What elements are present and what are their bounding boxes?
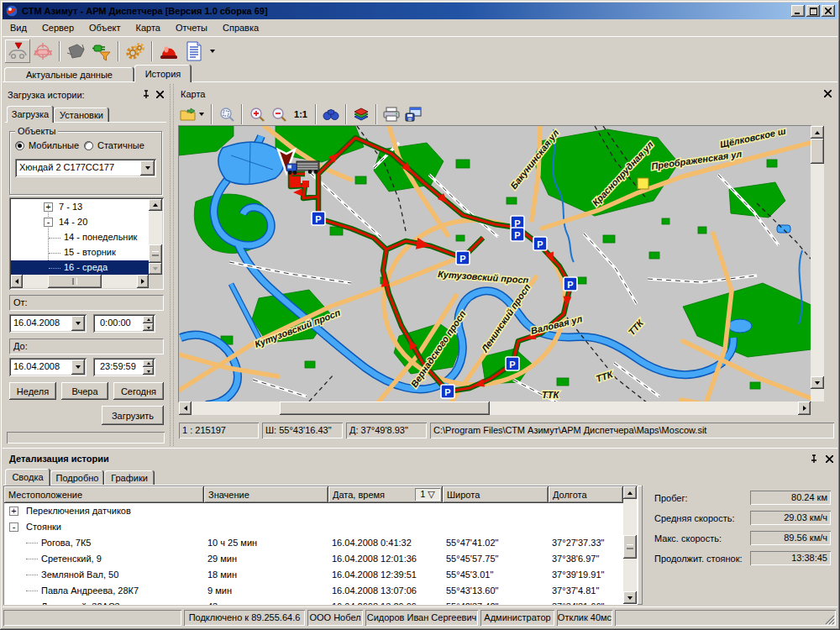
time-down-icon[interactable] [143, 367, 154, 375]
maximize-button[interactable] [806, 5, 820, 17]
report-button[interactable] [181, 39, 207, 63]
group-row-stops[interactable]: - Стоянки [4, 519, 623, 535]
scroll-down-icon[interactable] [149, 263, 162, 275]
menu-item-reports[interactable]: Отчеты [168, 20, 215, 35]
scroll-thumb[interactable] [811, 139, 824, 164]
tab-summary[interactable]: Сводка [5, 469, 50, 486]
map-canvas[interactable]: Кутузовский просп Кутузовский просп Крас… [179, 126, 811, 402]
load-button[interactable]: Загрузить [102, 406, 164, 425]
tab-history[interactable]: История [134, 65, 192, 82]
scroll-thumb[interactable] [48, 275, 102, 288]
pin-icon[interactable] [807, 453, 821, 465]
time-down-icon[interactable] [143, 323, 154, 331]
from-date-caret-icon[interactable] [71, 316, 85, 331]
radio-mobile[interactable]: Мобильные [15, 140, 79, 150]
alarm-button[interactable] [156, 39, 181, 63]
radio-static[interactable]: Статичные [84, 140, 144, 150]
time-up-icon[interactable] [143, 316, 154, 323]
col-datetime[interactable]: Дата, время 1 ▽ [328, 486, 443, 503]
scroll-up-icon[interactable] [149, 199, 162, 211]
zoom-out-button[interactable] [268, 105, 290, 123]
print-button[interactable] [381, 105, 402, 123]
connection-filter-button[interactable] [89, 39, 114, 63]
tree-node-wednesday-selected[interactable]: 16 - среда [11, 260, 149, 275]
scroll-down-icon[interactable] [811, 376, 824, 389]
tab-charts[interactable]: Графики [104, 470, 155, 486]
table-row[interactable]: Земляной Вал, 50 18 мин 16.04.2008 12:39… [4, 567, 623, 583]
open-map-button[interactable] [177, 105, 199, 123]
yesterday-button[interactable]: Вчера [61, 382, 108, 400]
close-button[interactable] [822, 5, 835, 17]
week-button[interactable]: Неделя [9, 382, 56, 400]
scroll-left-icon[interactable] [11, 275, 23, 288]
open-map-caret-icon[interactable] [199, 113, 204, 116]
tab-actual-data[interactable]: Актуальные данные [4, 67, 134, 82]
resize-grip-icon[interactable] [824, 614, 835, 625]
menu-item-vid[interactable]: Вид [3, 20, 34, 35]
tree-node-tuesday[interactable]: 15 - вторник [11, 245, 149, 260]
tree-node-week1[interactable]: + 7 - 13 [11, 200, 149, 215]
tab-load[interactable]: Загрузка [7, 106, 54, 123]
expand-plus-icon[interactable]: + [9, 507, 18, 516]
close-panel-icon[interactable] [154, 89, 166, 101]
menu-item-object[interactable]: Объект [81, 20, 128, 35]
pin-icon[interactable] [139, 89, 152, 101]
collapse-minus-icon[interactable]: - [44, 218, 53, 227]
table-row[interactable]: Ленинский, 32АС3 43 мин 16.04.2008 13:29… [4, 599, 623, 605]
col-latitude[interactable]: Широта [443, 486, 549, 503]
scroll-right-icon[interactable] [798, 402, 811, 415]
scale-1to1-button[interactable]: 1:1 [290, 105, 312, 123]
table-vertical-scrollbar[interactable] [623, 486, 637, 604]
menu-item-map[interactable]: Карта [129, 20, 168, 35]
map-close-icon[interactable] [821, 88, 834, 100]
collapse-minus-icon[interactable]: - [9, 522, 18, 532]
to-date-caret-icon[interactable] [71, 360, 85, 375]
from-time-spinner[interactable]: 0:00:00 [93, 314, 155, 333]
vehicle-select[interactable]: Хюндай 2 С177СС177 [15, 159, 156, 177]
scroll-thumb[interactable] [149, 244, 162, 263]
export-button[interactable] [402, 105, 424, 123]
track-vehicle-button[interactable] [5, 39, 30, 63]
tree-viewport[interactable]: + 7 - 13 - 14 - 20 14 - понедельник 15 -… [11, 199, 149, 275]
tree-node-monday[interactable]: 14 - понедельник [11, 230, 149, 245]
find-button[interactable] [320, 105, 342, 123]
col-value[interactable]: Значение [204, 486, 328, 503]
menu-item-help[interactable]: Справка [215, 20, 266, 35]
from-date-select[interactable]: 16.04.2008 [9, 314, 87, 333]
tab-setup[interactable]: Установки [54, 108, 109, 123]
table-row[interactable]: Павла Андреева, 28К7 9 мин 16.04.2008 13… [4, 583, 623, 599]
minimize-button[interactable] [791, 5, 805, 17]
today-button[interactable]: Сегодня [113, 382, 164, 400]
tree-node-week2[interactable]: - 14 - 20 [11, 215, 149, 230]
sort-badge[interactable]: 1 ▽ [415, 488, 440, 501]
layers-button[interactable] [350, 105, 372, 123]
col-location[interactable]: Местоположение [4, 486, 204, 503]
zoom-in-button[interactable] [246, 105, 268, 123]
time-up-icon[interactable] [143, 360, 154, 367]
scroll-left-icon[interactable] [179, 402, 192, 415]
scroll-up-icon[interactable] [623, 486, 637, 499]
to-time-spinner[interactable]: 23:59:59 [93, 358, 155, 376]
tree-horizontal-scrollbar[interactable] [11, 275, 149, 288]
map-horizontal-scrollbar[interactable] [179, 402, 811, 415]
scroll-right-icon[interactable] [137, 275, 149, 288]
vehicle-disabled-button[interactable] [64, 39, 89, 63]
settings-button[interactable] [123, 39, 148, 63]
map-vertical-scrollbar[interactable] [811, 126, 824, 402]
report-dropdown-caret-icon[interactable] [210, 50, 215, 53]
group-row-sensors[interactable]: + Переключения датчиков [4, 503, 623, 519]
scroll-thumb[interactable] [280, 402, 490, 415]
col-longitude[interactable]: Долгота [549, 486, 623, 503]
expand-plus-icon[interactable]: + [44, 202, 53, 212]
vehicle-select-caret-icon[interactable] [140, 160, 155, 176]
scroll-up-icon[interactable] [811, 126, 824, 139]
zoom-select-button[interactable] [216, 105, 238, 123]
tab-detailed[interactable]: Подробно [50, 470, 104, 486]
to-date-select[interactable]: 16.04.2008 [9, 358, 87, 376]
menu-item-server[interactable]: Сервер [34, 20, 81, 35]
locate-vehicle-button[interactable] [30, 39, 55, 63]
close-panel-icon[interactable] [822, 453, 836, 465]
tree-vertical-scrollbar[interactable] [149, 199, 162, 275]
table-row[interactable]: Рогова, 7К5 10 ч 25 мин 16.04.2008 0:41:… [4, 535, 623, 551]
table-row[interactable]: Сретенский, 9 29 мин 16.04.2008 12:01:36… [4, 551, 623, 567]
